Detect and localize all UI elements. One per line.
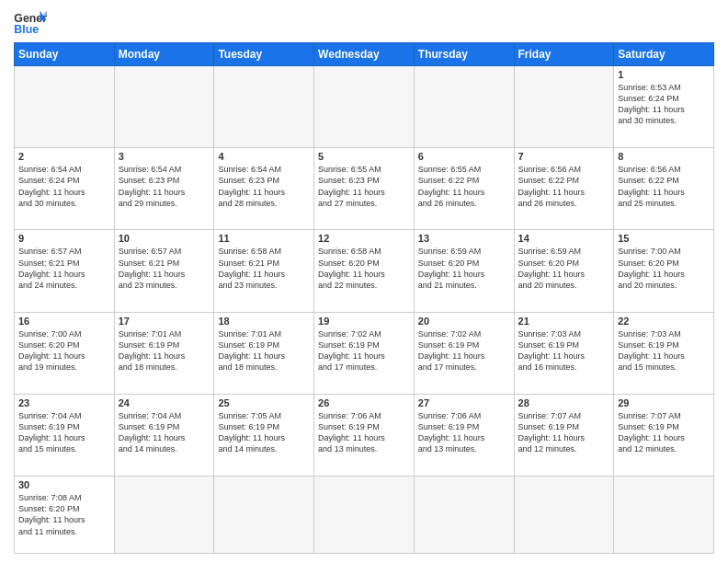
calendar-cell: 29Sunrise: 7:07 AM Sunset: 6:19 PM Dayli… [614,394,714,476]
calendar-week-row: 16Sunrise: 7:00 AM Sunset: 6:20 PM Dayli… [15,312,714,394]
day-content: Sunrise: 7:06 AM Sunset: 6:19 PM Dayligh… [418,410,510,455]
day-content: Sunrise: 7:08 AM Sunset: 6:20 PM Dayligh… [18,492,110,537]
calendar-cell [114,477,214,554]
day-number: 29 [618,397,710,408]
calendar-cell: 21Sunrise: 7:03 AM Sunset: 6:19 PM Dayli… [514,312,614,394]
day-number: 2 [18,151,110,162]
calendar-day-header: Friday [514,43,614,66]
calendar-cell [614,477,714,554]
day-number: 14 [518,233,610,244]
day-content: Sunrise: 7:01 AM Sunset: 6:19 PM Dayligh… [119,328,210,373]
day-content: Sunrise: 6:53 AM Sunset: 6:24 PM Dayligh… [618,82,710,127]
day-number: 24 [119,397,210,408]
calendar-cell: 4Sunrise: 6:54 AM Sunset: 6:23 PM Daylig… [214,148,314,230]
day-content: Sunrise: 6:56 AM Sunset: 6:22 PM Dayligh… [518,164,610,209]
day-content: Sunrise: 6:54 AM Sunset: 6:23 PM Dayligh… [218,164,310,209]
calendar-cell [214,477,314,554]
day-number: 19 [318,316,410,327]
day-number: 23 [18,397,110,408]
day-number: 15 [618,233,710,244]
day-content: Sunrise: 7:02 AM Sunset: 6:19 PM Dayligh… [318,328,410,373]
calendar-cell [314,66,415,148]
day-number: 9 [18,233,110,244]
calendar-day-header: Sunday [15,43,115,66]
day-content: Sunrise: 6:58 AM Sunset: 6:20 PM Dayligh… [318,246,410,291]
day-number: 16 [18,316,110,327]
day-number: 4 [218,151,310,162]
calendar-cell: 13Sunrise: 6:59 AM Sunset: 6:20 PM Dayli… [414,230,514,312]
day-content: Sunrise: 6:59 AM Sunset: 6:20 PM Dayligh… [418,246,510,291]
day-content: Sunrise: 7:00 AM Sunset: 6:20 PM Dayligh… [18,328,110,373]
day-content: Sunrise: 7:02 AM Sunset: 6:19 PM Dayligh… [418,328,510,373]
calendar-cell: 11Sunrise: 6:58 AM Sunset: 6:21 PM Dayli… [214,230,314,312]
calendar-cell: 12Sunrise: 6:58 AM Sunset: 6:20 PM Dayli… [314,230,415,312]
calendar-cell: 17Sunrise: 7:01 AM Sunset: 6:19 PM Dayli… [114,312,214,394]
calendar-table: SundayMondayTuesdayWednesdayThursdayFrid… [14,42,714,554]
calendar-day-header: Wednesday [314,43,415,66]
day-content: Sunrise: 7:04 AM Sunset: 6:19 PM Dayligh… [119,410,210,455]
day-number: 10 [119,233,210,244]
day-number: 20 [418,316,510,327]
day-number: 6 [418,151,510,162]
calendar-week-row: 2Sunrise: 6:54 AM Sunset: 6:24 PM Daylig… [15,148,714,230]
day-number: 1 [618,69,710,80]
calendar-cell [314,477,415,554]
calendar-cell: 24Sunrise: 7:04 AM Sunset: 6:19 PM Dayli… [114,394,214,476]
day-number: 26 [318,397,410,408]
calendar-cell: 9Sunrise: 6:57 AM Sunset: 6:21 PM Daylig… [15,230,115,312]
day-content: Sunrise: 7:05 AM Sunset: 6:19 PM Dayligh… [218,410,310,455]
page: General Blue SundayMondayTuesdayWednesda… [0,0,728,563]
calendar-cell [15,66,115,148]
day-number: 3 [119,151,210,162]
day-content: Sunrise: 7:04 AM Sunset: 6:19 PM Dayligh… [18,410,110,455]
day-number: 21 [518,316,610,327]
calendar-cell: 28Sunrise: 7:07 AM Sunset: 6:19 PM Dayli… [514,394,614,476]
day-content: Sunrise: 6:54 AM Sunset: 6:24 PM Dayligh… [18,164,110,209]
calendar-cell: 30Sunrise: 7:08 AM Sunset: 6:20 PM Dayli… [15,477,115,554]
calendar-cell [114,66,214,148]
calendar-day-header: Thursday [414,43,514,66]
day-content: Sunrise: 7:03 AM Sunset: 6:19 PM Dayligh… [618,328,710,373]
calendar-day-header: Tuesday [214,43,314,66]
svg-text:Blue: Blue [14,23,39,36]
calendar-cell [414,66,514,148]
day-number: 18 [218,316,310,327]
calendar-cell: 25Sunrise: 7:05 AM Sunset: 6:19 PM Dayli… [214,394,314,476]
calendar-week-row: 30Sunrise: 7:08 AM Sunset: 6:20 PM Dayli… [15,477,714,554]
calendar-cell [514,477,614,554]
day-content: Sunrise: 7:03 AM Sunset: 6:19 PM Dayligh… [518,328,610,373]
calendar-cell [514,66,614,148]
calendar-cell: 18Sunrise: 7:01 AM Sunset: 6:19 PM Dayli… [214,312,314,394]
calendar-cell: 27Sunrise: 7:06 AM Sunset: 6:19 PM Dayli… [414,394,514,476]
calendar-header-row: SundayMondayTuesdayWednesdayThursdayFrid… [15,43,714,66]
day-number: 28 [518,397,610,408]
calendar-cell [214,66,314,148]
calendar-cell: 1Sunrise: 6:53 AM Sunset: 6:24 PM Daylig… [614,66,714,148]
day-content: Sunrise: 6:59 AM Sunset: 6:20 PM Dayligh… [518,246,610,291]
day-number: 30 [18,479,110,490]
day-content: Sunrise: 6:57 AM Sunset: 6:21 PM Dayligh… [18,246,110,291]
calendar-day-header: Saturday [614,43,714,66]
day-number: 25 [218,397,310,408]
day-content: Sunrise: 6:56 AM Sunset: 6:22 PM Dayligh… [618,164,710,209]
day-number: 13 [418,233,510,244]
day-content: Sunrise: 6:55 AM Sunset: 6:22 PM Dayligh… [418,164,510,209]
calendar-cell: 23Sunrise: 7:04 AM Sunset: 6:19 PM Dayli… [15,394,115,476]
day-content: Sunrise: 6:55 AM Sunset: 6:23 PM Dayligh… [318,164,410,209]
calendar-week-row: 1Sunrise: 6:53 AM Sunset: 6:24 PM Daylig… [15,66,714,148]
day-content: Sunrise: 7:07 AM Sunset: 6:19 PM Dayligh… [518,410,610,455]
day-number: 12 [318,233,410,244]
calendar-cell: 20Sunrise: 7:02 AM Sunset: 6:19 PM Dayli… [414,312,514,394]
logo: General Blue [14,9,47,37]
calendar-week-row: 9Sunrise: 6:57 AM Sunset: 6:21 PM Daylig… [15,230,714,312]
day-content: Sunrise: 7:00 AM Sunset: 6:20 PM Dayligh… [618,246,710,291]
day-number: 8 [618,151,710,162]
day-number: 5 [318,151,410,162]
calendar-cell: 3Sunrise: 6:54 AM Sunset: 6:23 PM Daylig… [114,148,214,230]
calendar-cell: 16Sunrise: 7:00 AM Sunset: 6:20 PM Dayli… [15,312,115,394]
calendar-cell: 8Sunrise: 6:56 AM Sunset: 6:22 PM Daylig… [614,148,714,230]
header: General Blue [14,9,714,37]
day-number: 22 [618,316,710,327]
calendar-cell: 26Sunrise: 7:06 AM Sunset: 6:19 PM Dayli… [314,394,415,476]
day-content: Sunrise: 7:01 AM Sunset: 6:19 PM Dayligh… [218,328,310,373]
